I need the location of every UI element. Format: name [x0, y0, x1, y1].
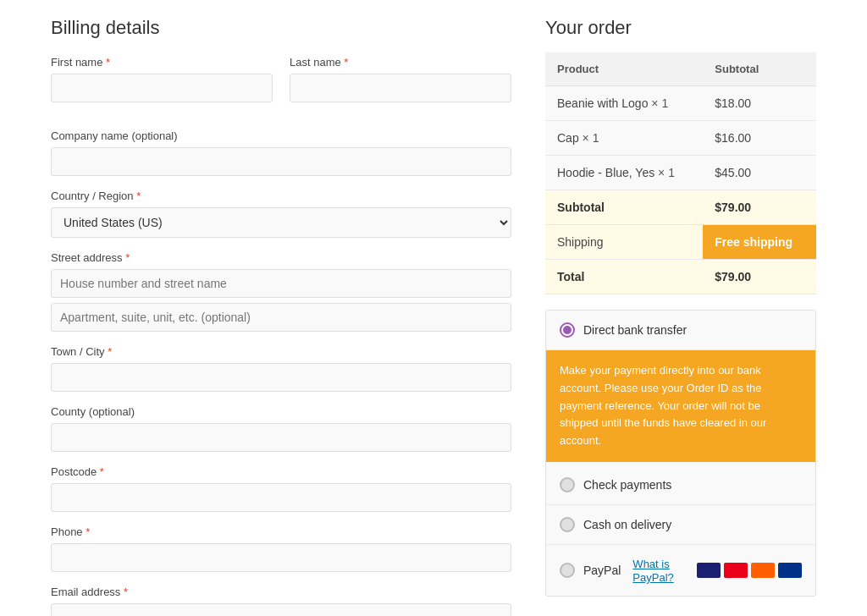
order-item-row: Cap × 1 $16.00 — [545, 121, 816, 156]
first-name-label: First name * — [51, 56, 273, 69]
order-item-name: Beanie with Logo × 1 — [545, 86, 703, 121]
street-address-input-2[interactable] — [51, 303, 511, 332]
postcode-input[interactable] — [51, 483, 511, 512]
country-region-select[interactable]: United States (US) Canada United Kingdom… — [51, 207, 511, 238]
last-name-label: Last name * — [290, 56, 511, 69]
direct-bank-label: Direct bank transfer — [583, 323, 687, 337]
subtotal-value: $79.00 — [703, 190, 816, 225]
order-item-price: $45.00 — [703, 156, 816, 190]
phone-label: Phone * — [51, 525, 511, 538]
payment-section: Direct bank transfer Make your payment d… — [545, 310, 816, 597]
county-input[interactable] — [51, 423, 511, 452]
subtotal-label: Subtotal — [545, 190, 703, 225]
paypal-icons — [697, 563, 802, 578]
country-region-label: Country / Region * — [51, 190, 511, 202]
order-item-name: Cap × 1 — [545, 121, 703, 156]
email-label: Email address * — [51, 586, 511, 598]
payment-option-check[interactable]: Check payments — [546, 465, 815, 505]
phone-input[interactable] — [51, 543, 511, 572]
product-col-header: Product — [545, 52, 703, 86]
shipping-label: Shipping — [545, 225, 703, 260]
order-table: Product Subtotal Beanie with Logo × 1 $1… — [545, 52, 816, 294]
street-address-label: Street address * — [51, 251, 511, 264]
county-label: County (optional) — [51, 405, 511, 418]
street-address-input-1[interactable] — [51, 269, 511, 298]
order-item-price: $16.00 — [703, 121, 816, 156]
payment-option-paypal[interactable]: PayPal What is PayPal? — [546, 545, 815, 596]
email-input[interactable] — [51, 603, 511, 616]
first-name-input[interactable] — [51, 74, 273, 102]
subtotal-col-header: Subtotal — [703, 52, 816, 86]
postcode-label: Postcode * — [51, 465, 511, 478]
payment-option-cash[interactable]: Cash on delivery — [546, 505, 815, 545]
billing-title: Billing details — [51, 17, 511, 39]
town-city-input[interactable] — [51, 363, 511, 392]
radio-direct-bank — [560, 322, 575, 338]
payment-option-direct-bank[interactable]: Direct bank transfer — [546, 311, 815, 350]
paypal-label: PayPal — [583, 564, 621, 577]
paypal-link[interactable]: What is PayPal? — [632, 558, 673, 584]
order-title: Your order — [545, 17, 816, 39]
order-item-row: Hoodie - Blue, Yes × 1 $45.00 — [545, 156, 816, 190]
total-value: $79.00 — [703, 260, 816, 294]
cash-delivery-label: Cash on delivery — [583, 518, 671, 531]
direct-bank-description: Make your payment directly into our bank… — [546, 350, 815, 462]
town-city-label: Town / City * — [51, 345, 511, 358]
radio-check — [560, 477, 575, 492]
order-item-price: $18.00 — [703, 86, 816, 121]
check-payments-label: Check payments — [583, 478, 671, 492]
total-label: Total — [545, 260, 703, 294]
radio-paypal — [560, 563, 575, 578]
shipping-value: Free shipping — [703, 225, 816, 260]
last-name-input[interactable] — [290, 74, 511, 102]
company-name-label: Company name (optional) — [51, 129, 511, 142]
order-item-row: Beanie with Logo × 1 $18.00 — [545, 86, 816, 121]
order-item-name: Hoodie - Blue, Yes × 1 — [545, 156, 703, 190]
radio-cash — [560, 517, 575, 532]
company-name-input[interactable] — [51, 147, 511, 176]
